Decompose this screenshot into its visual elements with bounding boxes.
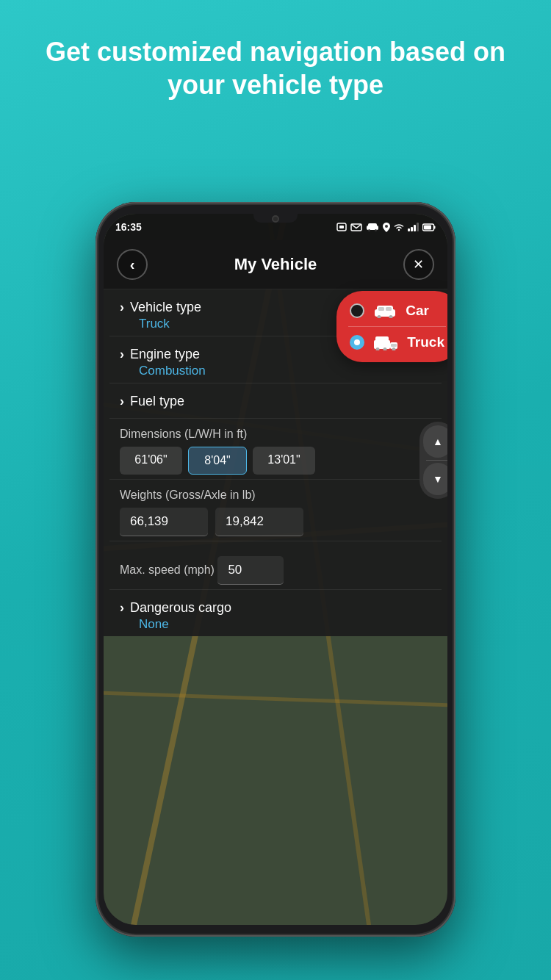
engine-type-value: Combustion (139, 364, 431, 378)
car-option-label: Car (406, 303, 429, 319)
car-status-icon (366, 223, 379, 231)
height-input[interactable]: 13'01" (253, 447, 315, 475)
battery-icon (422, 223, 436, 231)
truck-vehicle-icon (373, 334, 398, 350)
fuel-type-item[interactable]: › Fuel type (109, 383, 442, 419)
header-section: Get customized navigation based on your … (0, 0, 551, 116)
svg-rect-15 (378, 307, 384, 311)
truck-option[interactable]: Truck (347, 330, 447, 355)
vehicle-type-dropdown[interactable]: Car (336, 291, 447, 362)
scroll-divider (426, 460, 447, 461)
sim-icon (336, 223, 347, 231)
gross-weight-input[interactable]: 66,139 (120, 508, 208, 536)
top-nav-bar: ‹ My Vehicle ✕ (104, 240, 447, 289)
dropdown-separator (348, 326, 446, 327)
phone-screen: 16:35 (104, 214, 447, 925)
back-icon: ‹ (130, 256, 135, 273)
scroll-down-icon: ▼ (433, 473, 443, 485)
phone-camera-dot (272, 215, 279, 223)
svg-rect-4 (368, 223, 377, 227)
fuel-type-chevron: › (120, 394, 124, 409)
truck-option-label: Truck (407, 334, 444, 350)
scroll-up-icon: ▲ (433, 436, 443, 447)
svg-rect-20 (391, 344, 397, 347)
weights-inputs: 66,139 19,842 (120, 508, 431, 536)
svg-point-6 (375, 229, 377, 231)
dangerous-cargo-value: None (139, 617, 431, 632)
page-background: Get customized navigation based on your … (0, 0, 551, 980)
dimensions-inputs: 61'06" 8'04" 13'01" (120, 447, 431, 475)
dimensions-label: Dimensions (L/W/H in ft) (120, 428, 247, 440)
weights-label: Weights (Gross/Axle in lb) (120, 489, 256, 501)
width-input[interactable]: 8'04" (188, 447, 247, 475)
scroll-controls: ▲ ▼ (419, 422, 447, 499)
signal-bars (408, 223, 419, 231)
svg-rect-16 (386, 307, 392, 311)
scroll-down-button[interactable]: ▼ (423, 463, 447, 495)
scroll-up-button[interactable]: ▲ (423, 425, 447, 458)
vehicle-type-label: Vehicle type (130, 300, 201, 315)
engine-type-chevron: › (120, 347, 124, 362)
vehicle-type-chevron: › (120, 300, 124, 315)
engine-type-label: Engine type (130, 347, 200, 362)
page-title: My Vehicle (234, 255, 317, 274)
dangerous-cargo-label: Dangerous cargo (130, 600, 231, 616)
dangerous-cargo-chevron: › (120, 600, 124, 616)
status-time: 16:35 (115, 221, 142, 233)
dimensions-section: Dimensions (L/W/H in ft) 61'06" 8'04" 13… (109, 419, 442, 480)
status-icons-group (336, 222, 436, 232)
svg-rect-10 (424, 225, 431, 229)
header-title: Get customized navigation based on your … (44, 35, 507, 101)
svg-point-5 (368, 229, 370, 231)
truck-radio-button[interactable] (350, 335, 364, 350)
back-button[interactable]: ‹ (117, 249, 148, 280)
car-option[interactable]: Car (347, 298, 447, 323)
axle-weight-input[interactable]: 19,842 (215, 508, 303, 536)
close-button[interactable]: ✕ (403, 249, 434, 280)
max-speed-section: Max. speed (mph) 50 (109, 541, 442, 590)
car-radio-button[interactable] (350, 303, 364, 318)
length-input[interactable]: 61'06" (120, 447, 182, 475)
svg-point-7 (385, 225, 388, 228)
close-icon: ✕ (413, 256, 424, 273)
svg-rect-18 (375, 336, 389, 343)
phone-wrapper: 16:35 (96, 202, 455, 937)
weights-section: Weights (Gross/Axle in lb) 66,139 19,842 (109, 480, 442, 541)
phone-frame: 16:35 (96, 202, 455, 937)
max-speed-label: Max. speed (mph) (120, 563, 215, 576)
fuel-type-label: Fuel type (130, 394, 184, 409)
svg-rect-1 (339, 226, 344, 228)
mail-icon (350, 223, 362, 231)
location-icon (383, 222, 390, 232)
dangerous-cargo-item[interactable]: › Dangerous cargo None (109, 590, 442, 636)
car-vehicle-icon (373, 303, 397, 318)
wifi-icon (394, 223, 404, 231)
svg-rect-9 (434, 226, 436, 228)
max-speed-input[interactable]: 50 (217, 556, 284, 585)
